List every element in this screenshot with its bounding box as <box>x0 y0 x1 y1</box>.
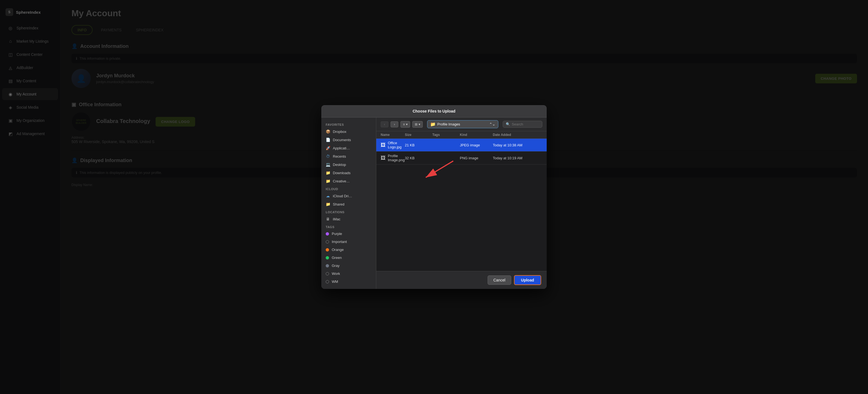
icon-view-icon: ⊞ <box>415 122 417 126</box>
applications-label: Applicati… <box>333 146 350 150</box>
col-name: Name <box>381 133 405 137</box>
desktop-label: Desktop <box>333 163 346 167</box>
downloads-icon: 📁 <box>326 171 330 175</box>
gray-tag-dot <box>326 264 329 268</box>
orange-label: Orange <box>332 248 344 252</box>
important-label: Important <box>332 240 347 244</box>
icloud-drive-label: iCloud Dri… <box>333 194 352 198</box>
col-size: Size <box>405 133 432 137</box>
file-name: Office Logo.jpg <box>388 141 405 149</box>
favorites-label: Favorites <box>321 121 376 128</box>
col-tags: Tags <box>432 133 460 137</box>
forward-button[interactable]: › <box>391 121 398 128</box>
sidebar-documents[interactable]: 📄 Documents <box>321 136 376 144</box>
file-kind: JPEG image <box>460 143 493 147</box>
tags-label: Tags <box>321 223 376 230</box>
sidebar-tag-orange[interactable]: Orange <box>321 246 376 254</box>
sidebar-creative[interactable]: 📁 Creative… <box>321 177 376 185</box>
icloud-drive-icon: ☁ <box>326 194 330 198</box>
sidebar-tag-wm[interactable]: WM <box>321 278 376 286</box>
wm-label: WM <box>332 280 338 284</box>
col-kind: Kind <box>460 133 493 137</box>
sidebar-tag-gray[interactable]: Gray <box>321 262 376 270</box>
sidebar-shared[interactable]: 📁 Shared <box>321 200 376 208</box>
location-text: Profile Images <box>437 122 460 126</box>
location-dropdown[interactable]: 📁 Profile Images ⌃⌄ <box>427 120 498 128</box>
chevron-icon: ⌃⌄ <box>489 122 495 126</box>
icon-view-chevron: ▾ <box>418 122 420 126</box>
file-size: 32 KB <box>405 156 432 160</box>
important-tag-dot <box>326 240 329 244</box>
documents-icon: 📄 <box>326 138 330 142</box>
wm-tag-dot <box>326 280 329 283</box>
cancel-button[interactable]: Cancel <box>488 275 511 285</box>
sidebar-dropbox[interactable]: 📦 Dropbox <box>321 128 376 136</box>
icon-view-button[interactable]: ⊞ ▾ <box>412 121 423 128</box>
list-view-chevron: ▾ <box>406 122 408 126</box>
dropbox-icon: 📦 <box>326 129 330 134</box>
arrow-area <box>376 205 547 271</box>
locations-label: Locations <box>321 208 376 215</box>
imac-label: iMac <box>333 217 340 221</box>
applications-icon: 🚀 <box>326 146 330 150</box>
green-tag-dot <box>326 256 329 259</box>
file-picker-dialog: Choose Files to Upload Favorites 📦 Dropb… <box>321 105 547 289</box>
purple-tag-dot <box>326 232 329 235</box>
shared-label: Shared <box>333 202 344 206</box>
upload-button[interactable]: Upload <box>514 275 541 285</box>
sidebar-tag-purple[interactable]: Purple <box>321 230 376 238</box>
search-icon: 🔍 <box>506 122 510 126</box>
purple-label: Purple <box>332 232 342 236</box>
file-kind: PNG image <box>460 156 493 160</box>
sidebar-tag-green[interactable]: Green <box>321 254 376 262</box>
file-toolbar: ‹ › ≡ ▾ ⊞ ▾ 📁 Profile Images ⌃⌄ <box>376 117 547 131</box>
dialog-footer: Cancel Upload <box>376 271 547 289</box>
downloads-label: Downloads <box>333 171 350 175</box>
recents-label: Recents <box>333 154 346 159</box>
file-row-profile-image[interactable]: 🖼 Profile Image.png 32 KB PNG image Toda… <box>376 151 547 165</box>
file-date: Today at 10:38 AM <box>493 143 542 147</box>
sidebar-imac[interactable]: 🖥 iMac <box>321 215 376 223</box>
file-icon: 🖼 <box>381 142 385 148</box>
file-list: 🖼 Office Logo.jpg 21 KB JPEG image Today… <box>376 139 547 205</box>
file-name-cell: 🖼 Office Logo.jpg <box>381 141 405 149</box>
file-list-header: Name Size Tags Kind Date Added <box>376 131 547 139</box>
folder-icon: 📁 <box>430 122 436 127</box>
file-row-office-logo[interactable]: 🖼 Office Logo.jpg 21 KB JPEG image Today… <box>376 139 547 151</box>
work-label: Work <box>332 272 340 276</box>
desktop-icon: 💻 <box>326 162 330 167</box>
shared-icon: 📁 <box>326 202 330 206</box>
work-tag-dot <box>326 272 329 275</box>
sidebar-icloud-drive[interactable]: ☁ iCloud Dri… <box>321 192 376 200</box>
col-date-added: Date Added <box>493 133 542 137</box>
search-input[interactable] <box>512 122 539 126</box>
dialog-body: Favorites 📦 Dropbox 📄 Documents 🚀 Applic… <box>321 117 547 289</box>
creative-label: Creative… <box>333 179 350 183</box>
file-sidebar: Favorites 📦 Dropbox 📄 Documents 🚀 Applic… <box>321 117 376 289</box>
sidebar-tag-important[interactable]: Important <box>321 238 376 246</box>
icloud-label: iCloud <box>321 185 376 192</box>
file-name-cell: 🖼 Profile Image.png <box>381 154 405 162</box>
list-view-icon: ≡ <box>403 122 405 126</box>
file-icon: 🖼 <box>381 155 385 161</box>
file-main-panel: ‹ › ≡ ▾ ⊞ ▾ 📁 Profile Images ⌃⌄ <box>376 117 547 289</box>
imac-icon: 🖥 <box>326 217 330 221</box>
file-size: 21 KB <box>405 143 432 147</box>
creative-icon: 📁 <box>326 179 330 183</box>
sidebar-applications[interactable]: 🚀 Applicati… <box>321 144 376 152</box>
dropbox-label: Dropbox <box>333 130 346 134</box>
sidebar-tag-work[interactable]: Work <box>321 270 376 278</box>
recents-icon: ⏱ <box>326 154 330 159</box>
back-button[interactable]: ‹ <box>381 121 389 128</box>
dialog-title: Choose Files to Upload <box>321 105 547 117</box>
modal-overlay: Choose Files to Upload Favorites 📦 Dropb… <box>0 0 868 394</box>
orange-tag-dot <box>326 248 329 251</box>
green-label: Green <box>332 256 342 260</box>
sidebar-recents[interactable]: ⏱ Recents <box>321 152 376 161</box>
list-view-button[interactable]: ≡ ▾ <box>400 121 410 128</box>
sidebar-desktop[interactable]: 💻 Desktop <box>321 161 376 169</box>
file-date: Today at 10:19 AM <box>493 156 542 160</box>
gray-label: Gray <box>332 263 339 268</box>
search-box: 🔍 <box>503 121 542 128</box>
sidebar-downloads[interactable]: 📁 Downloads <box>321 169 376 177</box>
